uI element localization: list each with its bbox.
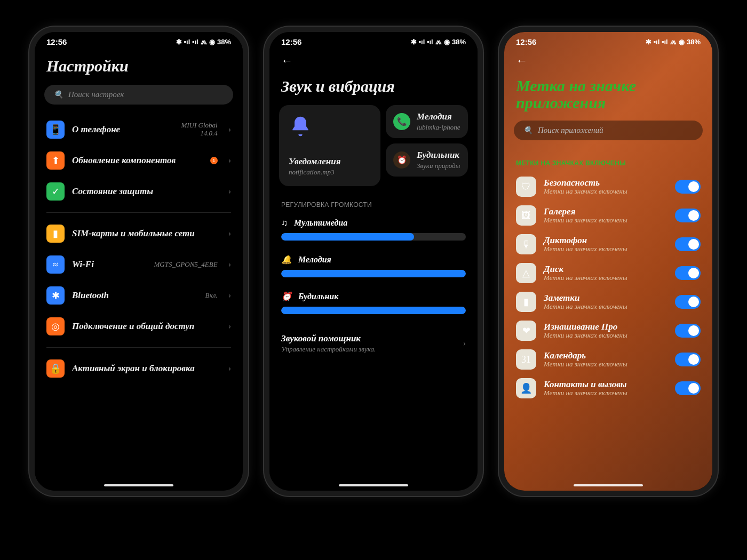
app-row[interactable]: ▮ Заметки Метки на значках включены (504, 287, 712, 316)
settings-item[interactable]: ◎ Подключение и общий доступ › (35, 311, 243, 342)
toggle-switch[interactable] (675, 237, 701, 251)
back-button[interactable]: ← (269, 50, 478, 70)
volume-icon: ♫ (281, 218, 288, 228)
search-placeholder: Поиск настроек (68, 90, 124, 99)
page-title: Настройки (35, 50, 243, 85)
settings-item[interactable]: ≈ Wi-Fi MGTS_GPON5_4EBE› (35, 249, 243, 280)
settings-item[interactable]: 🔒 Активный экран и блокировка › (35, 353, 243, 384)
app-name: Безопасность (544, 178, 667, 188)
section-header: РЕГУЛИРОВКА ГРОМКОСТИ (269, 191, 478, 214)
status-time: 12:56 (516, 37, 536, 46)
page-title: Метка на значке приложения (504, 70, 712, 121)
status-icons: ✱ ▪ıl ▪ıl ⩕ ◉ 38% (646, 38, 701, 46)
status-bar: 12:56 ✱ ▪ıl ▪ıl ⩕ ◉ 38% (504, 32, 712, 50)
volume-row: ♫Мультимедиа (269, 214, 478, 250)
app-row[interactable]: △ Диск Метки на значках включены (504, 259, 712, 287)
volume-slider[interactable] (281, 307, 466, 314)
app-row[interactable]: ❤ Изнашивание Про Метки на значках включ… (504, 316, 712, 345)
app-sub: Метки на значках включены (544, 274, 667, 282)
search-input[interactable]: 🔍 Поиск настроек (44, 85, 233, 105)
volume-label: Мультимедиа (294, 218, 347, 228)
toggle-switch[interactable] (675, 266, 701, 280)
divider (46, 347, 231, 348)
app-icon: 🎙 (516, 234, 536, 254)
app-icon: ▮ (516, 292, 536, 312)
toggle-switch[interactable] (675, 295, 701, 309)
toggle-switch[interactable] (675, 209, 701, 222)
search-icon: 🔍 (523, 126, 533, 135)
search-input[interactable]: 🔍 Поиск приложений (514, 121, 703, 140)
bell-icon (289, 115, 312, 138)
settings-label: Активный экран и блокировка (72, 363, 218, 374)
settings-item[interactable]: ▮ SIM-карты и мобильные сети › (35, 218, 243, 249)
volume-label: Мелодия (298, 255, 331, 265)
app-row[interactable]: 👤 Контакты и вызовы Метки на значках вкл… (504, 374, 712, 403)
toggle-switch[interactable] (675, 180, 701, 194)
app-sub: Метки на значках включены (544, 188, 667, 195)
settings-label: Bluetooth (72, 290, 197, 301)
settings-item[interactable]: ✱ Bluetooth Вкл.› (35, 280, 243, 311)
settings-icon: ✱ (46, 286, 65, 305)
app-row[interactable]: 🎙 Диктофон Метки на значках включены (504, 230, 712, 259)
app-name: Изнашивание Про (544, 322, 667, 332)
settings-icon: ✓ (46, 182, 65, 201)
toggle-switch[interactable] (675, 324, 701, 338)
home-indicator[interactable] (104, 484, 173, 486)
back-button[interactable]: ← (504, 50, 712, 70)
page-title: Звук и вибрация (269, 70, 478, 105)
volume-row: 🔔Мелодия (269, 250, 478, 287)
divider (46, 212, 231, 213)
notifications-card[interactable]: Уведомления notification.mp3 (279, 105, 380, 186)
app-icon: ❤ (516, 321, 536, 341)
ringtone-card[interactable]: 📞 Мелодия lubimka-iphone (386, 105, 468, 138)
settings-item[interactable]: 📱 О телефоне MIUI Global14.0.4› (35, 114, 243, 145)
toggle-switch[interactable] (675, 353, 701, 366)
card-title: Будильник (417, 150, 460, 161)
settings-icon: ▮ (46, 225, 65, 243)
status-bar: 12:56 ✱ ▪ıl ▪ıl ⩕ ◉ 38% (269, 32, 478, 50)
alarm-card[interactable]: ⏰ Будильник Звуки природы (386, 143, 468, 177)
settings-item[interactable]: ✓ Состояние защиты › (35, 176, 243, 207)
settings-value: MIUI Global14.0.4 (181, 122, 217, 138)
app-icon: 🛡 (516, 177, 536, 197)
volume-slider[interactable] (281, 270, 466, 277)
settings-icon: 📱 (46, 121, 65, 139)
sound-assistant-row[interactable]: Звуковой помощник Управление настройками… (269, 324, 478, 363)
app-icon: △ (516, 263, 536, 283)
search-icon: 🔍 (54, 90, 63, 99)
phone-icon: 📞 (393, 113, 410, 130)
assist-title: Звуковой помощник (281, 333, 460, 344)
settings-icon: ◎ (46, 317, 65, 335)
status-icons: ✱ ▪ıl ▪ıl ⩕ ◉ 38% (176, 38, 231, 46)
app-row[interactable]: 31 Календарь Метки на значках включены (504, 345, 712, 374)
app-name: Контакты и вызовы (544, 380, 667, 389)
app-name: Диктофон (544, 236, 667, 245)
card-sub: notification.mp3 (289, 168, 371, 177)
app-sub: Метки на значках включены (544, 332, 667, 339)
chevron-right-icon: › (228, 229, 231, 238)
app-icon: 👤 (516, 378, 536, 398)
home-indicator[interactable] (339, 484, 408, 486)
chevron-right-icon: › (228, 125, 231, 134)
app-icon: 🖼 (516, 205, 536, 226)
search-placeholder: Поиск приложений (538, 126, 603, 135)
chevron-right-icon: › (228, 260, 231, 269)
volume-row: ⏰Будильник (269, 287, 478, 324)
settings-label: Wi-Fi (72, 259, 147, 270)
card-sub: Звуки природы (417, 162, 460, 170)
settings-value: MGTS_GPON5_4EBE (154, 261, 218, 269)
phone-settings: 12:56 ✱ ▪ıl ▪ıl ⩕ ◉ 38% Настройки 🔍 Поис… (29, 27, 248, 496)
chevron-right-icon: › (228, 364, 231, 373)
home-indicator[interactable] (574, 484, 643, 486)
app-sub: Метки на значках включены (544, 217, 667, 224)
app-row[interactable]: 🖼 Галерея Метки на значках включены (504, 201, 712, 230)
settings-icon: ≈ (46, 255, 65, 274)
settings-label: О телефоне (72, 124, 173, 135)
settings-item[interactable]: ⬆ Обновление компонентов 1› (35, 145, 243, 176)
settings-icon: ⬆ (46, 151, 65, 170)
volume-icon: ⏰ (281, 291, 292, 301)
toggle-switch[interactable] (675, 381, 701, 395)
volume-slider[interactable] (281, 233, 466, 241)
app-row[interactable]: 🛡 Безопасность Метки на значках включены (504, 172, 712, 201)
chevron-right-icon: › (228, 322, 231, 331)
